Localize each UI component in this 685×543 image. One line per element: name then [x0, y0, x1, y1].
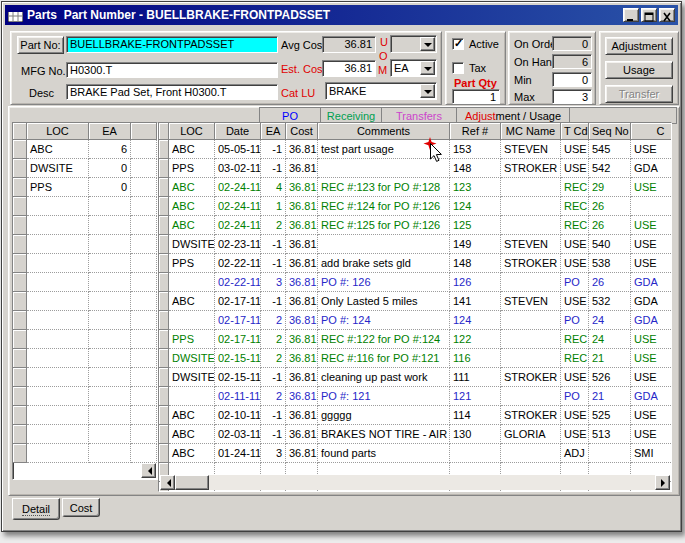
min-input[interactable]: 0 [552, 72, 592, 87]
grid-cell[interactable] [131, 178, 157, 197]
grid-cell[interactable]: cleaning up past work [318, 368, 450, 387]
grid-cell[interactable] [501, 387, 561, 406]
grid-cell[interactable]: 02-24-11 [215, 197, 261, 216]
grid-cell[interactable] [131, 197, 157, 216]
row-selector[interactable] [159, 444, 169, 463]
cat-lu-combo[interactable]: BRAKE [325, 82, 437, 100]
grid-cell[interactable]: 148 [450, 159, 501, 178]
grid-cell[interactable]: ABC [169, 197, 215, 216]
grid-cell[interactable]: REC #:124 for PO #:126 [318, 197, 450, 216]
grid-cell[interactable] [131, 273, 157, 292]
grid-cell[interactable] [27, 406, 89, 425]
grid-cell[interactable]: 26 [589, 197, 631, 216]
row-selector[interactable] [13, 349, 27, 368]
grid-cell[interactable] [27, 311, 89, 330]
grid-cell[interactable]: REC [561, 349, 589, 368]
grid-cell[interactable]: 03-02-11 [215, 159, 261, 178]
grid-cell[interactable] [501, 216, 561, 235]
grid-cell[interactable]: PO #: 124 [318, 311, 450, 330]
part-no-button[interactable]: Part No: [17, 36, 64, 54]
grid-cell[interactable] [501, 273, 561, 292]
grid-cell[interactable]: 36.81 [286, 273, 318, 292]
grid-cell[interactable]: 05-05-11 [215, 140, 261, 159]
grid-cell[interactable]: 36.81 [286, 406, 318, 425]
desc-input[interactable]: BRAKE Pad Set, Front H0300.T [66, 84, 278, 100]
grid-cell[interactable]: 02-17-11 [215, 330, 261, 349]
grid-cell[interactable] [27, 330, 89, 349]
grid-cell[interactable]: 36.81 [286, 197, 318, 216]
chevron-down-icon[interactable] [420, 61, 435, 75]
grid-cell[interactable]: 02-03-11 [215, 425, 261, 444]
grid-cell[interactable] [169, 311, 215, 330]
grid-cell[interactable] [131, 444, 157, 463]
grid-cell[interactable] [131, 368, 157, 387]
tax-checkbox[interactable]: Tax [452, 62, 486, 74]
grid-cell[interactable]: USE [561, 425, 589, 444]
grid-cell[interactable] [631, 197, 672, 216]
grid-cell[interactable] [131, 406, 157, 425]
grid-cell[interactable] [27, 197, 89, 216]
grid-cell[interactable]: 26 [589, 216, 631, 235]
grid-cell[interactable]: USE [631, 140, 672, 159]
grid-cell[interactable]: PO [561, 387, 589, 406]
grid-cell[interactable]: GDA [631, 159, 672, 178]
grid-cell[interactable]: 526 [589, 368, 631, 387]
tab-detail[interactable]: Detail [12, 498, 60, 520]
close-button[interactable] [659, 8, 675, 22]
grid-cell[interactable] [89, 387, 131, 406]
row-selector[interactable] [13, 216, 27, 235]
grid-cell[interactable] [131, 349, 157, 368]
grid-cell[interactable] [501, 197, 561, 216]
grid-cell[interactable]: 2 [261, 330, 286, 349]
row-selector[interactable] [159, 178, 169, 197]
grid-cell[interactable] [89, 425, 131, 444]
scrollbar-thumb[interactable] [175, 475, 209, 490]
grid-cell[interactable]: 121 [450, 387, 501, 406]
grid-cell[interactable]: ABC [169, 425, 215, 444]
uom-combo-bottom[interactable]: EA [390, 59, 437, 77]
grid-cell[interactable]: STEVEN [501, 140, 561, 159]
grid-cell[interactable] [27, 273, 89, 292]
grid-cell[interactable]: REC #:116 for PO #:121 [318, 349, 450, 368]
grid-cell[interactable] [501, 349, 561, 368]
chevron-down-icon[interactable] [420, 84, 435, 98]
grid-cell[interactable] [27, 349, 89, 368]
tax-checkbox-box[interactable] [452, 62, 464, 74]
grid-cell[interactable]: BRAKES NOT TIRE - AIR [318, 425, 450, 444]
grid-cell[interactable]: USE [631, 406, 672, 425]
grid-cell[interactable] [27, 235, 89, 254]
row-selector[interactable] [13, 425, 27, 444]
grid-cell[interactable]: -1 [261, 254, 286, 273]
grid-cell[interactable]: GDA [631, 273, 672, 292]
grid-cell[interactable] [131, 292, 157, 311]
grid-cell[interactable]: 124 [450, 311, 501, 330]
grid-cell[interactable]: 24 [589, 311, 631, 330]
grid-cell[interactable]: 3 [261, 273, 286, 292]
grid-cell[interactable]: -1 [261, 159, 286, 178]
grid-cell[interactable] [131, 159, 157, 178]
grid-cell[interactable]: 1 [261, 197, 286, 216]
grid-cell[interactable]: USE [631, 178, 672, 197]
grid-cell[interactable] [131, 425, 157, 444]
grid-cell[interactable]: 02-23-11 [215, 235, 261, 254]
grid-cell[interactable] [501, 330, 561, 349]
grid-cell[interactable]: USE [561, 159, 589, 178]
grid-cell[interactable] [501, 178, 561, 197]
grid-cell[interactable] [27, 368, 89, 387]
grid-cell[interactable] [89, 444, 131, 463]
grid-cell[interactable]: 36.81 [286, 254, 318, 273]
grid-cell[interactable]: PPS [169, 254, 215, 273]
max-input[interactable]: 3 [552, 89, 592, 104]
grid-cell[interactable]: -1 [261, 406, 286, 425]
grid-cell[interactable]: 126 [450, 273, 501, 292]
grid-cell[interactable]: 124 [450, 197, 501, 216]
grid-cell[interactable]: -1 [261, 235, 286, 254]
grid-cell[interactable]: 2 [261, 349, 286, 368]
grid-cell[interactable] [27, 254, 89, 273]
grid-cell[interactable]: USE [561, 368, 589, 387]
grid-cell[interactable]: ADJ [561, 444, 589, 463]
row-selector[interactable] [159, 311, 169, 330]
grid-cell[interactable]: USE [561, 235, 589, 254]
row-selector[interactable] [159, 235, 169, 254]
grid-cell[interactable]: ABC [169, 406, 215, 425]
